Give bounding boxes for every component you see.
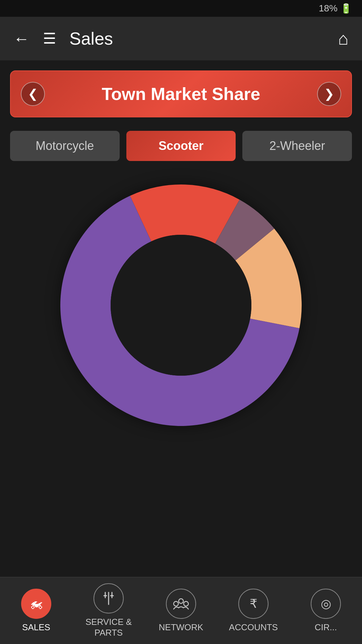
menu-button[interactable]: ☰	[43, 31, 56, 46]
chevron-right-icon: ❯	[324, 87, 334, 101]
svg-point-8	[184, 601, 188, 606]
nav-accounts[interactable]: ₹ ACCOUNTS	[217, 589, 290, 633]
circle-icon: ◎	[311, 589, 341, 619]
nav-sales[interactable]: 🏍 SALES	[0, 589, 72, 633]
banner-prev-button[interactable]: ❮	[21, 82, 45, 106]
nav-service[interactable]: SERVICE & PARTS	[72, 583, 145, 638]
svg-point-7	[179, 599, 183, 603]
nav-accounts-label: ACCOUNTS	[229, 622, 278, 633]
tab-motorcycle[interactable]: Motorcycle	[10, 131, 120, 161]
market-share-banner: ❮ Town Market Share ❯	[10, 70, 352, 117]
nav-sales-label: SALES	[22, 622, 50, 633]
banner-title: Town Market Share	[102, 84, 260, 104]
battery-status: 18%	[319, 3, 338, 14]
donut-chart	[54, 178, 308, 433]
nav-network[interactable]: NETWORK	[145, 589, 217, 633]
vehicle-tabs: Motorcycle Scooter 2-Wheeler	[10, 131, 352, 161]
nav-network-label: NETWORK	[159, 622, 203, 633]
tab-2wheeler[interactable]: 2-Wheeler	[242, 131, 352, 161]
donut-chart-area	[0, 174, 362, 436]
nav-circle[interactable]: ◎ CIR...	[290, 589, 362, 633]
svg-point-0	[111, 235, 251, 376]
nav-service-label: SERVICE & PARTS	[85, 617, 132, 638]
status-bar: 18% 🔋	[0, 0, 362, 17]
svg-point-6	[174, 601, 178, 606]
bottom-navigation: 🏍 SALES SERVICE & PARTS NETW	[0, 577, 362, 644]
banner-next-button[interactable]: ❯	[317, 82, 341, 106]
home-button[interactable]: ⌂	[338, 29, 349, 49]
chevron-left-icon: ❮	[28, 87, 38, 101]
network-icon	[166, 589, 196, 619]
header: ← ☰ Sales ⌂	[0, 17, 362, 60]
accounts-icon: ₹	[238, 589, 268, 619]
page-title: Sales	[69, 29, 325, 49]
tab-scooter[interactable]: Scooter	[126, 131, 236, 161]
back-button[interactable]: ←	[13, 30, 29, 48]
nav-circle-label: CIR...	[315, 622, 337, 633]
battery-icon: 🔋	[340, 3, 352, 14]
service-icon	[94, 583, 124, 613]
sales-icon: 🏍	[21, 589, 51, 619]
